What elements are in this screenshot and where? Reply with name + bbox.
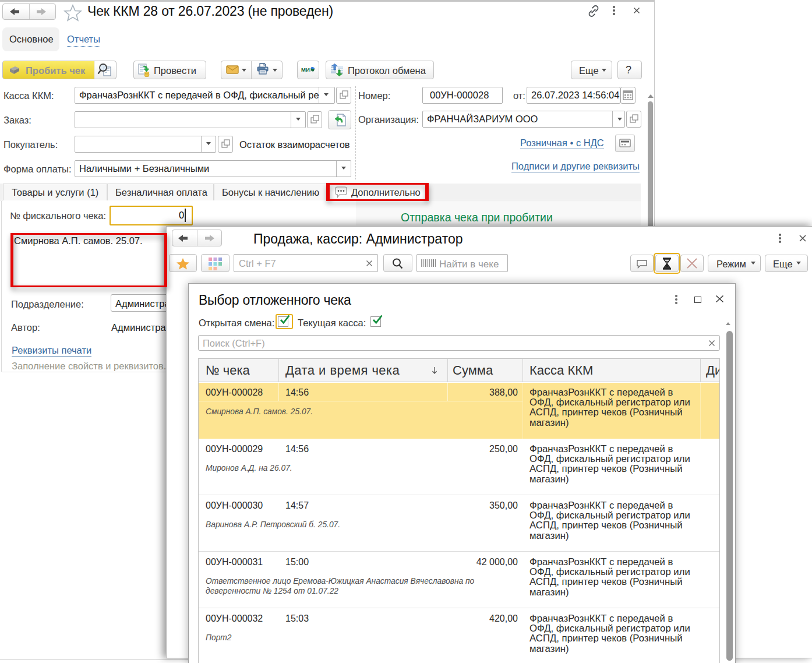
svg-text:МИ: МИ [301,67,310,73]
